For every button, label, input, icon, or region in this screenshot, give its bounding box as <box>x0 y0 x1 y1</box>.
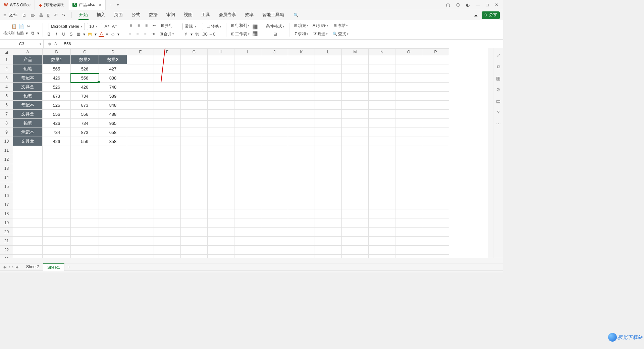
cell-M20[interactable] <box>342 228 369 237</box>
cell-D16[interactable] <box>99 191 127 200</box>
cell-J13[interactable] <box>261 164 288 173</box>
file-menu[interactable]: 文件 <box>9 12 17 18</box>
row-header-4[interactable]: 4 <box>0 83 13 92</box>
qat-redo-icon[interactable]: ↷ <box>62 13 65 18</box>
cell-H18[interactable] <box>208 209 234 218</box>
cell-C22[interactable] <box>71 246 99 255</box>
cell-J14[interactable] <box>261 173 288 182</box>
cell-D12[interactable] <box>99 155 127 164</box>
number-format-select[interactable]: 常规▾ <box>182 23 203 30</box>
filter-button[interactable]: ⧩ 筛选▾ <box>312 31 329 38</box>
cell-P6[interactable] <box>422 101 449 110</box>
cell-E11[interactable] <box>127 146 154 155</box>
cell-C17[interactable] <box>71 200 99 209</box>
cell-M8[interactable] <box>342 119 369 128</box>
cell-H14[interactable] <box>208 173 234 182</box>
app-tab-template[interactable]: ◆ 找稻壳模板 <box>35 0 68 10</box>
cell-B8[interactable]: 426 <box>43 119 71 128</box>
sort-button[interactable]: A↓ 排序▾ <box>311 22 330 29</box>
cell-C11[interactable] <box>71 146 99 155</box>
row-header-2[interactable]: 2 <box>0 64 13 73</box>
cell-F5[interactable] <box>154 92 181 101</box>
cell-I20[interactable] <box>234 228 261 237</box>
cell-O11[interactable] <box>395 146 422 155</box>
cell-G6[interactable] <box>181 101 208 110</box>
cell-H11[interactable] <box>208 146 234 155</box>
cell-J12[interactable] <box>261 155 288 164</box>
menu-tab-4[interactable]: 数据 <box>148 10 158 20</box>
col-header-M[interactable]: M <box>342 49 369 55</box>
cell-C15[interactable] <box>71 182 99 191</box>
col-header-A[interactable]: A <box>13 49 43 55</box>
minimize-button[interactable]: — <box>476 2 480 7</box>
sheet-tab-Sheet1[interactable]: Sheet1 <box>43 263 64 271</box>
cell-K21[interactable] <box>288 237 315 246</box>
menu-tab-0[interactable]: 开始 <box>78 10 89 20</box>
fx-icon[interactable]: fx <box>54 42 57 46</box>
cell-P22[interactable] <box>422 246 449 255</box>
cell-K10[interactable] <box>288 137 315 146</box>
cell-O3[interactable] <box>395 73 422 83</box>
cell-B5[interactable]: 873 <box>43 92 71 101</box>
cell-K1[interactable] <box>288 55 315 64</box>
row-header-5[interactable]: 5 <box>0 92 13 101</box>
cell-G14[interactable] <box>181 173 208 182</box>
cell-F13[interactable] <box>154 164 181 173</box>
font-size-select[interactable]: 10▾ <box>87 23 102 30</box>
cell-G3[interactable] <box>181 73 208 83</box>
menu-tab-6[interactable]: 视图 <box>183 10 193 20</box>
cell-M22[interactable] <box>342 246 369 255</box>
cell-G15[interactable] <box>181 182 208 191</box>
row-header-16[interactable]: 16 <box>0 191 13 200</box>
cell-P14[interactable] <box>422 173 449 182</box>
cell-A6[interactable]: 笔记本 <box>13 101 43 110</box>
cell-I11[interactable] <box>234 146 261 155</box>
cell-M16[interactable] <box>342 191 369 200</box>
cloud-sync-icon[interactable]: ☁ <box>474 13 478 17</box>
cell-E13[interactable] <box>127 164 154 173</box>
col-header-L[interactable]: L <box>315 49 342 55</box>
cell-L8[interactable] <box>315 119 342 128</box>
cell-E14[interactable] <box>127 173 154 182</box>
cell-M2[interactable] <box>342 64 369 73</box>
hamburger-icon[interactable]: ≡ <box>3 12 6 18</box>
cell-L23[interactable] <box>315 255 342 258</box>
cell-J15[interactable] <box>261 182 288 191</box>
formula-input[interactable]: 556 <box>61 42 503 46</box>
cell-O10[interactable] <box>395 137 422 146</box>
cell-L1[interactable] <box>315 55 342 64</box>
cell-O19[interactable] <box>395 218 422 228</box>
cell-F2[interactable] <box>154 64 181 73</box>
cell-A1[interactable]: 产品 <box>13 55 43 64</box>
cell-M7[interactable] <box>342 110 369 119</box>
cell-O6[interactable] <box>395 101 422 110</box>
cell-E5[interactable] <box>127 92 154 101</box>
cell-O17[interactable] <box>395 200 422 209</box>
cell-H21[interactable] <box>208 237 234 246</box>
sheet-tab-Sheet2[interactable]: Sheet2 <box>22 263 43 271</box>
row-header-11[interactable]: 11 <box>0 146 13 155</box>
sum-button[interactable]: Σ 求和▾ <box>293 31 309 38</box>
cell-I1[interactable] <box>234 55 261 64</box>
wrap-text-button[interactable]: ⊞ 换行 <box>160 22 174 29</box>
cell-D6[interactable]: 848 <box>99 101 127 110</box>
col-header-K[interactable]: K <box>288 49 315 55</box>
cell-K15[interactable] <box>288 182 315 191</box>
cell-M15[interactable] <box>342 182 369 191</box>
clear-dd[interactable]: ▾ <box>117 32 119 37</box>
cell-A13[interactable] <box>13 164 43 173</box>
cell-G4[interactable] <box>181 83 208 92</box>
cell-N12[interactable] <box>369 155 395 164</box>
cell-E23[interactable] <box>127 255 154 258</box>
cell-J7[interactable] <box>261 110 288 119</box>
cell-J17[interactable] <box>261 200 288 209</box>
cell-G11[interactable] <box>181 146 208 155</box>
cell-K13[interactable] <box>288 164 315 173</box>
cell-N2[interactable] <box>369 64 395 73</box>
font-name-select[interactable]: Microsoft YaHei▾ <box>49 23 85 30</box>
find-button[interactable]: 🔍 查找▾ <box>331 31 350 38</box>
view-mode-1-icon[interactable]: ▦ <box>396 272 400 272</box>
menu-tab-2[interactable]: 页面 <box>113 10 123 20</box>
col-header-O[interactable]: O <box>395 49 422 55</box>
menu-tab-8[interactable]: 会员专享 <box>218 10 237 20</box>
